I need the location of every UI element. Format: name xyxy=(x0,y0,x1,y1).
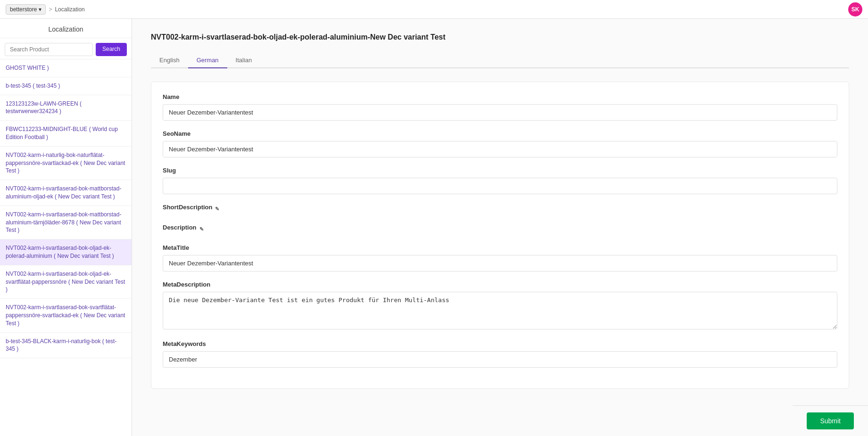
language-tabs: EnglishGermanItalian xyxy=(151,53,849,68)
description-label: Description xyxy=(163,224,197,231)
name-input[interactable] xyxy=(163,104,837,121)
tab-italian[interactable]: Italian xyxy=(227,53,261,68)
sidebar: Localization Search GHOST WHITE )b-test-… xyxy=(0,19,132,436)
main-content: NVT002-karm-i-svartlaserad-bok-oljad-ek-… xyxy=(132,19,868,436)
search-button[interactable]: Search xyxy=(96,43,127,56)
list-item[interactable]: NVT002-karm-i-svartlaserad-bok-mattborst… xyxy=(0,206,132,239)
localization-form: Name SeoName Slug ShortDescription ✎ xyxy=(151,82,849,389)
list-item[interactable]: b-test-345-BLACK-karm-i-naturlig-bok ( t… xyxy=(0,333,132,359)
slug-input[interactable] xyxy=(163,178,837,194)
product-list: GHOST WHITE )b-test-345 ( test-345 )1231… xyxy=(0,59,132,436)
submit-button[interactable]: Submit xyxy=(807,412,854,429)
list-item[interactable]: b-test-345 ( test-345 ) xyxy=(0,77,132,95)
seoname-label: SeoName xyxy=(163,130,837,137)
meta-title-input[interactable] xyxy=(163,255,837,271)
avatar[interactable]: SK xyxy=(848,2,862,16)
slug-label: Slug xyxy=(163,167,837,174)
meta-description-textarea[interactable]: Die <span class="highlight-red">neue</sp… xyxy=(163,292,837,329)
submit-bar: Submit xyxy=(793,405,868,436)
list-item[interactable]: NVT002-karm-i-svartlaserad-bok-oljad-ek-… xyxy=(0,239,132,265)
chevron-down-icon: ▾ xyxy=(39,6,41,13)
page-title: NVT002-karm-i-svartlaserad-bok-oljad-ek-… xyxy=(151,33,849,41)
main-layout: Localization Search GHOST WHITE )b-test-… xyxy=(0,19,868,436)
short-description-group: ShortDescription ✎ xyxy=(163,204,837,214)
meta-keywords-input[interactable] xyxy=(163,351,837,368)
list-item[interactable]: 123123123w-LAWN-GREEN ( testwrwerwer3242… xyxy=(0,95,132,121)
breadcrumb-separator: > xyxy=(49,6,52,13)
breadcrumb-location: Localization xyxy=(55,6,84,13)
list-item[interactable]: NVT002-karm-i-svartlaserad-bok-mattborst… xyxy=(0,180,132,206)
list-item[interactable]: NVT002-karm-i-svartlaserad-bok-oljad-ek-… xyxy=(0,265,132,299)
seoname-input[interactable] xyxy=(163,141,837,157)
tab-english[interactable]: English xyxy=(151,53,188,68)
list-item[interactable]: NVT002-karm-i-svartlaserad-bok-svartflät… xyxy=(0,299,132,332)
search-input[interactable] xyxy=(5,43,93,56)
seoname-group: SeoName xyxy=(163,130,837,157)
meta-title-group: MetaTitle xyxy=(163,244,837,271)
meta-keywords-group: MetaKeywords xyxy=(163,340,837,368)
list-item[interactable]: FBWC112233-MIDNIGHT-BLUE ( World cup Edi… xyxy=(0,121,132,147)
list-item[interactable]: GHOST WHITE ) xyxy=(0,59,132,77)
name-label: Name xyxy=(163,93,837,100)
list-item[interactable]: NVT002-karm-i-naturlig-bok-naturflätat-p… xyxy=(0,147,132,180)
sidebar-title: Localization xyxy=(0,19,132,38)
brand-label: betterstore xyxy=(10,6,37,13)
sidebar-search-bar: Search xyxy=(0,38,132,59)
topbar: betterstore ▾ > Localization SK xyxy=(0,0,868,19)
meta-title-label: MetaTitle xyxy=(163,244,837,251)
name-group: Name xyxy=(163,93,837,121)
description-group: Description ✎ xyxy=(163,224,837,235)
meta-keywords-label: MetaKeywords xyxy=(163,340,837,347)
slug-group: Slug xyxy=(163,167,837,194)
brand-selector[interactable]: betterstore ▾ xyxy=(6,4,46,15)
short-description-label: ShortDescription xyxy=(163,204,212,211)
tab-german[interactable]: German xyxy=(188,53,227,68)
description-edit-icon[interactable]: ✎ xyxy=(199,226,204,232)
meta-description-group: MetaDescription Die <span class="highlig… xyxy=(163,281,837,331)
short-description-edit-icon[interactable]: ✎ xyxy=(215,206,219,212)
meta-description-label: MetaDescription xyxy=(163,281,837,288)
